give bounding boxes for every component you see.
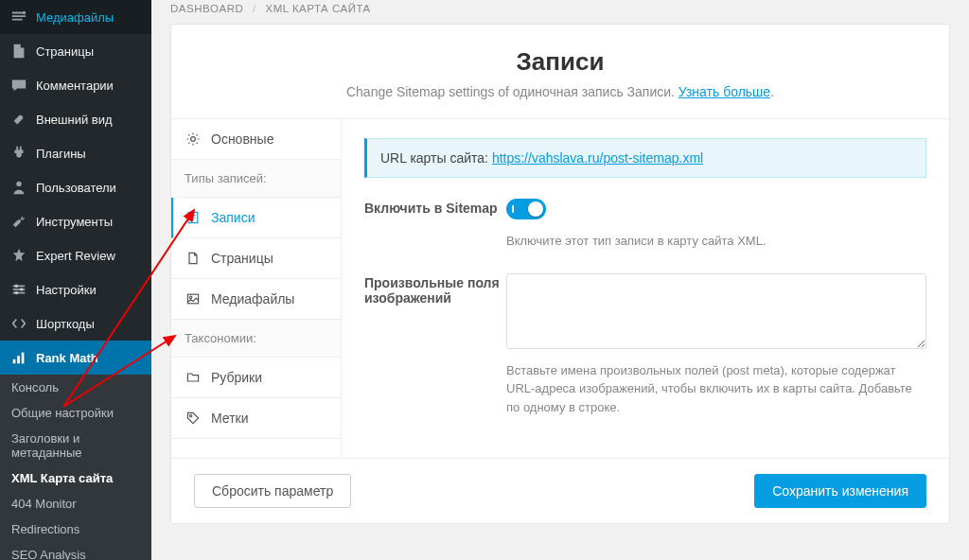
learn-more-link[interactable]: Узнать больше: [678, 84, 770, 99]
sidebar-item-users[interactable]: Пользователи: [0, 170, 151, 204]
star-icon: [9, 246, 28, 265]
field-help-text: Вставьте имена произвольных полей (post …: [506, 361, 926, 417]
main-content: DASHBOARD / XML КАРТА САЙТА Записи Chang…: [151, 0, 969, 560]
chart-icon: [9, 348, 28, 367]
custom-fields-textarea[interactable]: [506, 273, 926, 349]
sidebar-item-label: Настройки: [36, 283, 97, 297]
tab-media[interactable]: Медиафайлы: [171, 279, 341, 320]
svg-point-15: [189, 414, 191, 416]
settings-icon: [9, 280, 28, 299]
breadcrumb-home[interactable]: DASHBOARD: [170, 3, 243, 14]
svg-rect-10: [22, 353, 25, 364]
sidebar-submenu: Консоль Общие настройки Заголовки и мета…: [0, 375, 151, 560]
tag-icon: [185, 410, 202, 427]
sidebar-item-label: Rank Math: [36, 351, 98, 365]
sidebar-sub-seo-analysis[interactable]: SEO Analysis: [0, 542, 151, 560]
sidebar-item-expert-review[interactable]: Expert Review: [0, 238, 151, 272]
folder-icon: [185, 369, 202, 386]
svg-point-1: [16, 182, 21, 186]
sidebar-sub-redirections[interactable]: Redirections: [0, 516, 151, 542]
sidebar-sub-titles[interactable]: Заголовки и метаданные: [0, 426, 151, 465]
appearance-icon: [9, 110, 28, 129]
page-icon: [185, 250, 202, 267]
comment-icon: [9, 76, 28, 95]
svg-point-6: [20, 288, 24, 291]
code-icon: [9, 314, 28, 333]
svg-rect-8: [13, 359, 16, 364]
sitemap-url-notice: URL карты сайта: https://vahslava.ru/pos…: [364, 138, 926, 178]
sidebar-item-label: Шорткоды: [36, 317, 95, 331]
save-button[interactable]: Сохранить изменения: [754, 474, 926, 508]
breadcrumb: DASHBOARD / XML КАРТА САЙТА: [170, 0, 950, 24]
sidebar-sub-console[interactable]: Консоль: [0, 375, 151, 400]
tab-tags[interactable]: Метки: [171, 398, 341, 439]
tab-posts[interactable]: Записи: [171, 198, 341, 238]
panel-footer: Сбросить параметр Сохранить изменения: [171, 458, 949, 523]
svg-point-14: [189, 296, 191, 298]
sidebar-item-label: Expert Review: [36, 249, 115, 263]
sidebar-sub-404[interactable]: 404 Monitor: [0, 491, 151, 516]
sitemap-url-link[interactable]: https://vahslava.ru/post-sitemap.xml: [492, 150, 703, 166]
sidebar-item-pages[interactable]: Страницы: [0, 34, 151, 68]
field-help-text: Включите этот тип записи в карту сайта X…: [506, 232, 926, 251]
sidebar-item-tools[interactable]: Инструменты: [0, 204, 151, 238]
page-title: Записи: [190, 47, 930, 77]
field-label: Произвольные поля изображений: [364, 273, 506, 417]
sidebar-item-plugins[interactable]: Плагины: [0, 136, 151, 170]
settings-tabs: Основные Типы записей: Записи Страницы М…: [171, 119, 342, 458]
users-icon: [9, 178, 28, 197]
page-description: Change Sitemap settings of одиночная зап…: [190, 84, 930, 99]
sidebar-sub-sitemap[interactable]: XML Карта сайта: [0, 465, 151, 491]
sidebar-sub-general[interactable]: Общие настройки: [0, 400, 151, 426]
sidebar-item-shortcodes[interactable]: Шорткоды: [0, 306, 151, 341]
settings-panel: Записи Change Sitemap settings of одиноч…: [170, 24, 950, 524]
sidebar-item-label: Пользователи: [36, 181, 116, 195]
sidebar-item-label: Плагины: [36, 147, 86, 161]
svg-rect-9: [17, 356, 20, 363]
svg-point-7: [15, 291, 19, 295]
sidebar-item-label: Внешний вид: [36, 113, 113, 127]
tab-content-area: URL карты сайта: https://vahslava.ru/pos…: [342, 119, 949, 458]
sidebar-item-label: Страницы: [36, 44, 94, 59]
panel-header: Записи Change Sitemap settings of одиноч…: [171, 25, 949, 119]
tab-pages[interactable]: Страницы: [171, 238, 341, 279]
sidebar-item-appearance[interactable]: Внешний вид: [0, 102, 151, 136]
breadcrumb-current: XML КАРТА САЙТА: [265, 3, 370, 14]
sidebar-item-media[interactable]: Медиафайлы: [0, 0, 151, 34]
tools-icon: [9, 212, 28, 231]
sidebar-item-label: Комментарии: [36, 79, 114, 93]
post-icon: [185, 209, 202, 226]
tabs-header-post-types: Типы записей:: [171, 160, 341, 198]
plugins-icon: [9, 144, 28, 163]
tab-categories[interactable]: Рубрики: [171, 358, 341, 398]
sidebar-item-comments[interactable]: Комментарии: [0, 68, 151, 102]
sidebar-item-settings[interactable]: Настройки: [0, 272, 151, 306]
sidebar-item-rank-math[interactable]: Rank Math: [0, 341, 151, 375]
field-custom-image-fields: Произвольные поля изображений Вставьте и…: [364, 273, 926, 417]
field-include-sitemap: Включить в Sitemap Включите этот тип зап…: [364, 199, 926, 251]
reset-button[interactable]: Сбросить параметр: [194, 474, 351, 508]
gear-icon: [185, 131, 202, 148]
admin-sidebar: Медиафайлы Страницы Комментарии Внешний …: [0, 0, 151, 560]
svg-point-0: [23, 11, 26, 15]
tab-basic[interactable]: Основные: [171, 119, 341, 160]
field-label: Включить в Sitemap: [364, 199, 506, 251]
sidebar-item-label: Инструменты: [36, 215, 113, 229]
page-icon: [9, 42, 28, 61]
tabs-header-taxonomies: Таксономии:: [171, 320, 341, 358]
media-icon: [9, 8, 28, 26]
sidebar-item-label: Медиафайлы: [36, 10, 114, 25]
include-sitemap-toggle[interactable]: [506, 199, 546, 219]
media-icon: [185, 290, 202, 307]
svg-point-5: [15, 285, 19, 289]
svg-point-11: [191, 137, 196, 142]
